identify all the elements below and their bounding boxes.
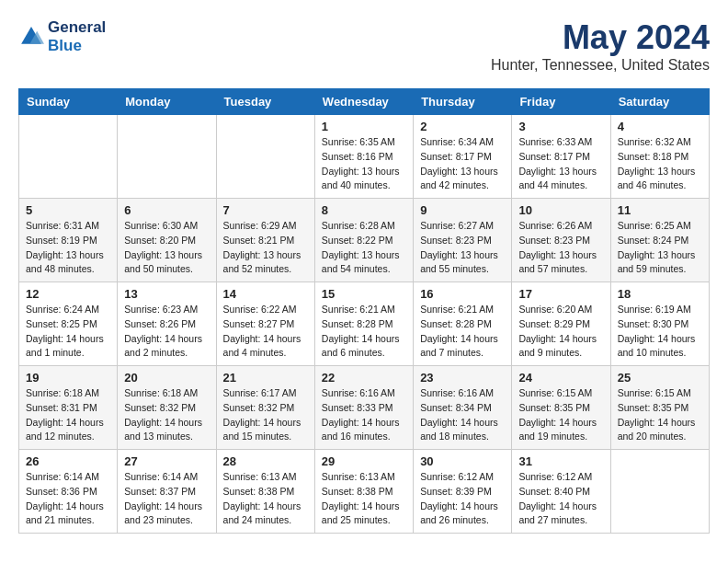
day-number: 6: [124, 203, 209, 217]
day-number: 5: [26, 203, 110, 217]
day-number: 21: [223, 371, 308, 385]
calendar-cell: 6Sunrise: 6:30 AMSunset: 8:20 PMDaylight…: [118, 199, 216, 282]
calendar-cell: 3Sunrise: 6:33 AMSunset: 8:17 PMDaylight…: [512, 115, 610, 199]
calendar-cell: 13Sunrise: 6:23 AMSunset: 8:26 PMDayligh…: [118, 282, 216, 366]
day-info: Sunrise: 6:13 AMSunset: 8:38 PMDaylight:…: [322, 470, 406, 528]
day-info: Sunrise: 6:28 AMSunset: 8:22 PMDaylight:…: [322, 219, 406, 277]
day-info: Sunrise: 6:29 AMSunset: 8:21 PMDaylight:…: [223, 219, 308, 277]
day-info: Sunrise: 6:20 AMSunset: 8:29 PMDaylight:…: [518, 303, 603, 361]
calendar-title: May 2024: [491, 18, 710, 57]
weekday-header-thursday: Thursday: [414, 89, 512, 115]
day-info: Sunrise: 6:34 AMSunset: 8:17 PMDaylight:…: [420, 135, 505, 193]
calendar-cell: 27Sunrise: 6:14 AMSunset: 8:37 PMDayligh…: [118, 450, 216, 534]
day-number: 24: [518, 371, 603, 385]
day-number: 1: [322, 120, 406, 133]
calendar-cell: 14Sunrise: 6:22 AMSunset: 8:27 PMDayligh…: [216, 282, 314, 366]
weekday-header-row: SundayMondayTuesdayWednesdayThursdayFrid…: [19, 89, 710, 115]
calendar-cell: 22Sunrise: 6:16 AMSunset: 8:33 PMDayligh…: [314, 366, 413, 450]
day-number: 7: [223, 203, 308, 217]
day-info: Sunrise: 6:23 AMSunset: 8:26 PMDaylight:…: [124, 303, 209, 361]
calendar-week-5: 26Sunrise: 6:14 AMSunset: 8:36 PMDayligh…: [19, 450, 710, 534]
day-info: Sunrise: 6:12 AMSunset: 8:40 PMDaylight:…: [518, 470, 603, 528]
calendar-cell: 17Sunrise: 6:20 AMSunset: 8:29 PMDayligh…: [512, 282, 610, 366]
calendar-location: Hunter, Tennessee, United States: [491, 57, 710, 74]
logo-text-line2: Blue: [48, 37, 106, 55]
weekday-header-sunday: Sunday: [19, 89, 118, 115]
day-number: 17: [518, 287, 603, 301]
day-info: Sunrise: 6:30 AMSunset: 8:20 PMDaylight:…: [124, 219, 209, 277]
calendar-cell: 5Sunrise: 6:31 AMSunset: 8:19 PMDaylight…: [19, 199, 118, 282]
day-number: 15: [322, 287, 406, 301]
day-number: 16: [420, 287, 505, 301]
calendar-cell: 24Sunrise: 6:15 AMSunset: 8:35 PMDayligh…: [512, 366, 610, 450]
calendar-cell: 23Sunrise: 6:16 AMSunset: 8:34 PMDayligh…: [414, 366, 512, 450]
day-info: Sunrise: 6:21 AMSunset: 8:28 PMDaylight:…: [420, 303, 505, 361]
weekday-header-tuesday: Tuesday: [216, 89, 314, 115]
day-info: Sunrise: 6:25 AMSunset: 8:24 PMDaylight:…: [618, 219, 702, 277]
title-block: May 2024 Hunter, Tennessee, United State…: [491, 18, 710, 74]
calendar-cell: 15Sunrise: 6:21 AMSunset: 8:28 PMDayligh…: [314, 282, 413, 366]
calendar-cell: 19Sunrise: 6:18 AMSunset: 8:31 PMDayligh…: [19, 366, 118, 450]
day-info: Sunrise: 6:12 AMSunset: 8:39 PMDaylight:…: [420, 470, 505, 528]
day-number: 10: [518, 203, 603, 217]
day-number: 14: [223, 287, 308, 301]
calendar-cell: 29Sunrise: 6:13 AMSunset: 8:38 PMDayligh…: [314, 450, 413, 534]
calendar-week-3: 12Sunrise: 6:24 AMSunset: 8:25 PMDayligh…: [19, 282, 710, 366]
day-number: 19: [26, 371, 110, 385]
day-number: 3: [518, 120, 603, 133]
calendar-cell: [118, 115, 216, 199]
weekday-header-saturday: Saturday: [610, 89, 709, 115]
calendar-week-2: 5Sunrise: 6:31 AMSunset: 8:19 PMDaylight…: [19, 199, 710, 282]
day-number: 11: [618, 203, 702, 217]
calendar-cell: 31Sunrise: 6:12 AMSunset: 8:40 PMDayligh…: [512, 450, 610, 534]
day-info: Sunrise: 6:22 AMSunset: 8:27 PMDaylight:…: [223, 303, 308, 361]
day-info: Sunrise: 6:35 AMSunset: 8:16 PMDaylight:…: [322, 135, 406, 193]
day-number: 23: [420, 371, 505, 385]
calendar-week-4: 19Sunrise: 6:18 AMSunset: 8:31 PMDayligh…: [19, 366, 710, 450]
calendar-cell: 30Sunrise: 6:12 AMSunset: 8:39 PMDayligh…: [414, 450, 512, 534]
day-info: Sunrise: 6:33 AMSunset: 8:17 PMDaylight:…: [518, 135, 603, 193]
day-number: 27: [124, 454, 209, 468]
weekday-header-monday: Monday: [118, 89, 216, 115]
calendar-cell: 12Sunrise: 6:24 AMSunset: 8:25 PMDayligh…: [19, 282, 118, 366]
calendar-cell: 18Sunrise: 6:19 AMSunset: 8:30 PMDayligh…: [610, 282, 709, 366]
logo-icon: [18, 24, 44, 50]
day-info: Sunrise: 6:32 AMSunset: 8:18 PMDaylight:…: [618, 135, 702, 193]
logo: General Blue: [18, 18, 106, 56]
calendar-cell: 16Sunrise: 6:21 AMSunset: 8:28 PMDayligh…: [414, 282, 512, 366]
day-info: Sunrise: 6:27 AMSunset: 8:23 PMDaylight:…: [420, 219, 505, 277]
day-number: 22: [322, 371, 406, 385]
day-info: Sunrise: 6:17 AMSunset: 8:32 PMDaylight:…: [223, 386, 308, 444]
calendar-cell: 28Sunrise: 6:13 AMSunset: 8:38 PMDayligh…: [216, 450, 314, 534]
day-number: 28: [223, 454, 308, 468]
calendar-cell: 21Sunrise: 6:17 AMSunset: 8:32 PMDayligh…: [216, 366, 314, 450]
calendar-cell: [19, 115, 118, 199]
calendar-cell: 9Sunrise: 6:27 AMSunset: 8:23 PMDaylight…: [414, 199, 512, 282]
calendar-cell: 7Sunrise: 6:29 AMSunset: 8:21 PMDaylight…: [216, 199, 314, 282]
day-info: Sunrise: 6:18 AMSunset: 8:32 PMDaylight:…: [124, 386, 209, 444]
day-info: Sunrise: 6:31 AMSunset: 8:19 PMDaylight:…: [26, 219, 110, 277]
calendar-cell: [216, 115, 314, 199]
calendar-cell: 1Sunrise: 6:35 AMSunset: 8:16 PMDaylight…: [314, 115, 413, 199]
calendar-cell: 8Sunrise: 6:28 AMSunset: 8:22 PMDaylight…: [314, 199, 413, 282]
day-info: Sunrise: 6:24 AMSunset: 8:25 PMDaylight:…: [26, 303, 110, 361]
day-info: Sunrise: 6:26 AMSunset: 8:23 PMDaylight:…: [518, 219, 603, 277]
calendar-cell: 4Sunrise: 6:32 AMSunset: 8:18 PMDaylight…: [610, 115, 709, 199]
calendar-cell: 11Sunrise: 6:25 AMSunset: 8:24 PMDayligh…: [610, 199, 709, 282]
day-number: 31: [518, 454, 603, 468]
calendar-cell: 2Sunrise: 6:34 AMSunset: 8:17 PMDaylight…: [414, 115, 512, 199]
day-info: Sunrise: 6:14 AMSunset: 8:37 PMDaylight:…: [124, 470, 209, 528]
day-info: Sunrise: 6:19 AMSunset: 8:30 PMDaylight:…: [618, 303, 702, 361]
calendar-week-1: 1Sunrise: 6:35 AMSunset: 8:16 PMDaylight…: [19, 115, 710, 199]
day-number: 25: [618, 371, 702, 385]
day-number: 9: [420, 203, 505, 217]
weekday-header-friday: Friday: [512, 89, 610, 115]
day-info: Sunrise: 6:15 AMSunset: 8:35 PMDaylight:…: [518, 386, 603, 444]
calendar-cell: 25Sunrise: 6:15 AMSunset: 8:35 PMDayligh…: [610, 366, 709, 450]
day-number: 18: [618, 287, 702, 301]
day-info: Sunrise: 6:16 AMSunset: 8:33 PMDaylight:…: [322, 386, 406, 444]
day-info: Sunrise: 6:16 AMSunset: 8:34 PMDaylight:…: [420, 386, 505, 444]
day-number: 2: [420, 120, 505, 133]
calendar-body: 1Sunrise: 6:35 AMSunset: 8:16 PMDaylight…: [19, 115, 710, 534]
calendar-table: SundayMondayTuesdayWednesdayThursdayFrid…: [18, 88, 710, 534]
